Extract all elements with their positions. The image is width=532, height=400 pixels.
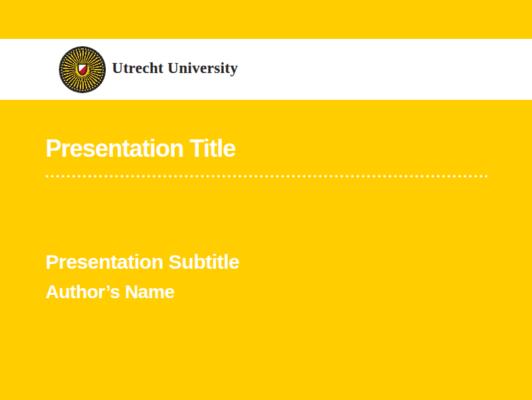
presentation-subtitle: Presentation Subtitle [46, 252, 240, 272]
presentation-title: Presentation Title [46, 137, 235, 161]
dotted-divider [44, 174, 487, 178]
logo-band: Utrecht University [0, 39, 532, 100]
author-name: Author’s Name [46, 283, 175, 302]
utrecht-shield-icon [78, 63, 88, 75]
top-yellow-band [0, 0, 532, 39]
university-name: Utrecht University [112, 60, 238, 76]
utrecht-sun-emblem-icon [60, 47, 105, 92]
presentation-title-slide: Utrecht University Presentation Title Pr… [0, 0, 532, 400]
